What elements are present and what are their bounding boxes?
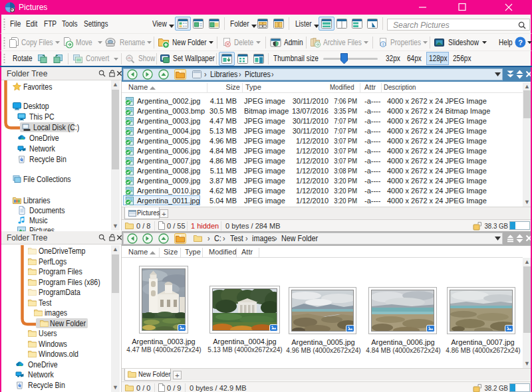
svg-text:?: ? [518,39,523,47]
